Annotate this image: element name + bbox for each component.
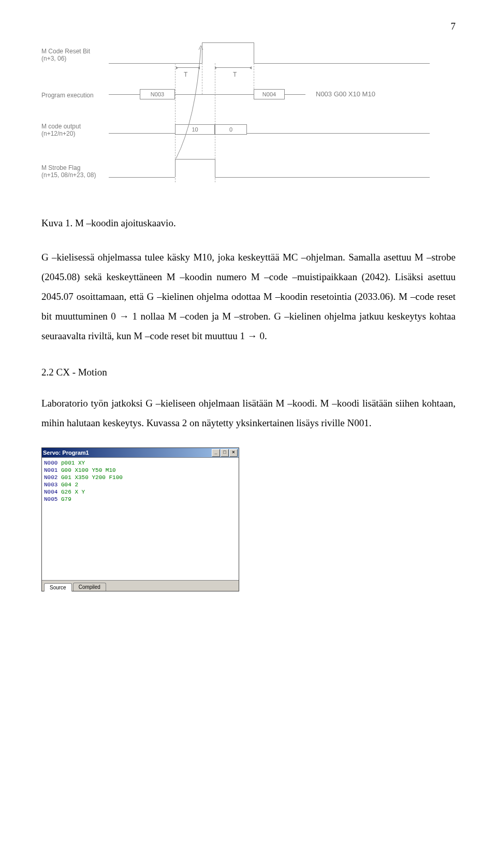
code-line: N004 G26 X Y: [44, 488, 237, 496]
box-n003: N003: [140, 89, 175, 99]
code-line: N002 G01 X350 Y200 F100: [44, 474, 237, 481]
code-line: N003 G04 2: [44, 481, 237, 488]
label-code-line: N003 G00 X10 M10: [316, 90, 375, 98]
servo-title: Servo: Program1: [43, 450, 89, 456]
label-t2: T: [233, 71, 237, 78]
tab-compiled[interactable]: Compiled: [73, 583, 106, 591]
maximize-button[interactable]: □: [221, 449, 229, 457]
label-reset-bit: M Code Reset Bit: [41, 48, 90, 55]
heading-cx-motion: 2.2 CX - Motion: [41, 367, 456, 378]
label-mcode-output-sub: (n+12/n+20): [41, 130, 75, 137]
servo-titlebar[interactable]: Servo: Program1 _ □ ×: [42, 448, 239, 457]
code-line: N005 G79: [44, 496, 237, 503]
timing-diagram: M Code Reset Bit (n+3, 06) T T Program e…: [41, 42, 435, 198]
code-line: N000 p001 XY: [44, 459, 237, 467]
label-program-exec: Program execution: [41, 92, 94, 99]
figure-caption: Kuva 1. M –koodin ajoituskaavio.: [41, 213, 456, 233]
code-line: N001 G00 X100 Y50 M10: [44, 467, 237, 474]
label-reset-bit-sub: (n+3, 06): [41, 55, 66, 62]
label-strobe-sub: (n+15, 08/n+23, 08): [41, 171, 96, 179]
servo-window: Servo: Program1 _ □ × N000 p001 XY N001 …: [41, 447, 239, 591]
box-val0: 0: [215, 124, 247, 135]
servo-tabs: Source Compiled: [42, 580, 239, 591]
code-editor[interactable]: N000 p001 XY N001 G00 X100 Y50 M10 N002 …: [42, 457, 239, 580]
minimize-button[interactable]: _: [212, 449, 220, 457]
box-n004: N004: [254, 89, 285, 99]
paragraph-1: G –kielisessä ohjelmassa tulee käsky M10…: [41, 248, 456, 346]
label-mcode-output: M code output: [41, 123, 81, 130]
tab-source[interactable]: Source: [44, 583, 72, 591]
label-strobe: M Strobe Flag: [41, 164, 80, 171]
paragraph-2: Laboratorio työn jatkoksi G –kieliseen o…: [41, 394, 456, 433]
close-button[interactable]: ×: [229, 449, 238, 457]
page-number: 7: [41, 21, 456, 32]
